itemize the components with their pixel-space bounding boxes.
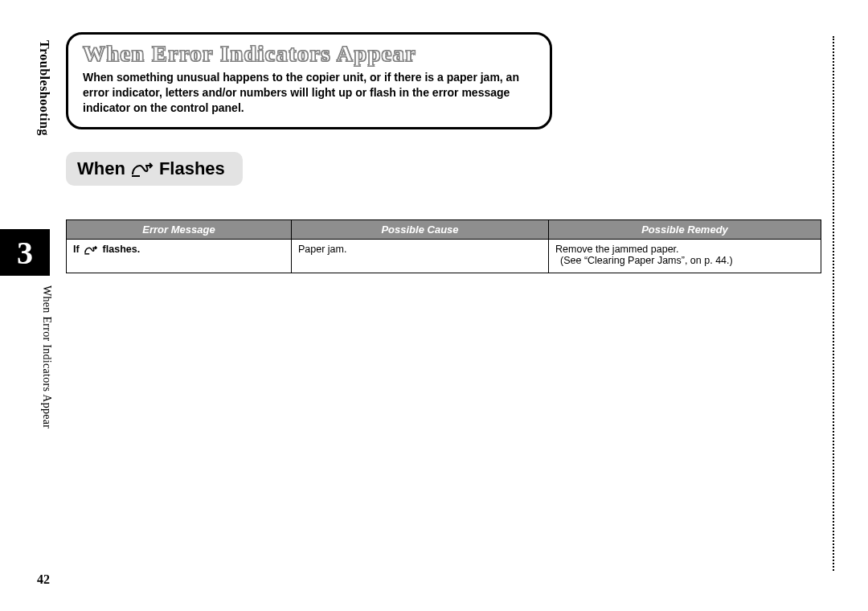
header-possible-remedy: Possible Remedy: [549, 219, 821, 239]
cell-error-message: If flashes.: [67, 239, 292, 273]
chapter-number-tab: 3: [0, 229, 50, 276]
header-error-message: Error Message: [67, 219, 292, 239]
chapter-intro-text: When something unusual happens to the co…: [83, 70, 535, 116]
page-number: 42: [37, 572, 50, 587]
cell-possible-remedy: Remove the jammed paper. (See “Clearing …: [549, 239, 821, 273]
header-possible-cause: Possible Cause: [292, 219, 549, 239]
subheading-suffix: Flashes: [159, 158, 225, 179]
paper-jam-icon: [130, 160, 154, 178]
paper-jam-icon: [84, 244, 98, 255]
table-header-row: Error Message Possible Cause Possible Re…: [67, 219, 821, 239]
cell-possible-cause: Paper jam.: [292, 239, 549, 273]
content-area: When Error Indicators Appear When someth…: [66, 32, 828, 273]
subheading-prefix: When: [77, 158, 125, 179]
chapter-title-box: When Error Indicators Appear When someth…: [66, 32, 552, 129]
remedy-line-1: Remove the jammed paper.: [555, 244, 814, 255]
remedy-line-2: (See “Clearing Paper Jams”, on p. 44.): [555, 255, 814, 266]
table-row: If flashes. Paper jam. Remove the jam: [67, 239, 821, 273]
message-suffix: flashes.: [103, 244, 141, 255]
section-subheading: When Flashes: [66, 152, 243, 186]
sidebar-section-label: Troubleshooting: [37, 40, 51, 136]
error-table: Error Message Possible Cause Possible Re…: [66, 219, 821, 273]
trim-border: [833, 36, 834, 571]
manual-page: Troubleshooting 3 When Error Indicators …: [0, 0, 868, 611]
chapter-heading: When Error Indicators Appear: [83, 41, 535, 67]
sidebar-chapter-title: When Error Indicators Appear: [40, 285, 53, 429]
message-prefix: If: [73, 244, 80, 255]
